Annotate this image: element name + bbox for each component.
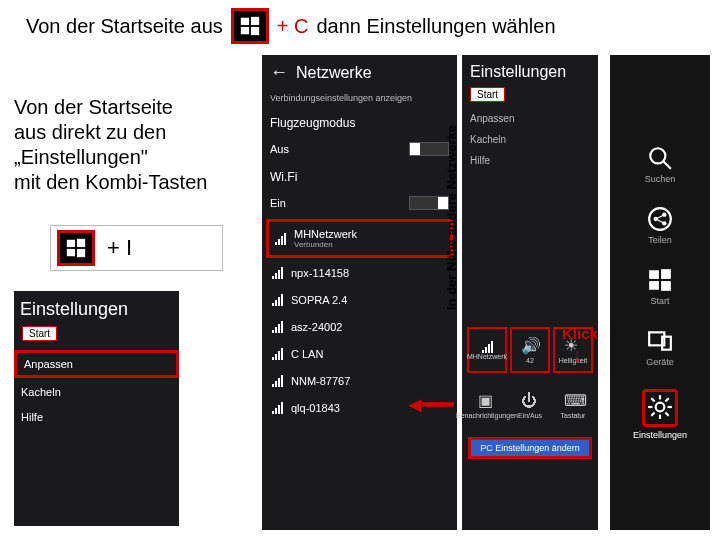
- sub-l3: „Einstellungen": [14, 145, 244, 170]
- sub-l1: Von der Startseite: [14, 95, 244, 120]
- title-pre: Von der Startseite aus: [26, 15, 223, 38]
- conn-settings-link[interactable]: Verbindungseinstellungen anzeigen: [262, 90, 457, 106]
- start-tag[interactable]: Start: [22, 326, 57, 341]
- networks-panel: ← Netzwerke Verbindungseinstellungen anz…: [262, 55, 457, 530]
- quick-keyboard[interactable]: ⌨Tastatur: [553, 382, 593, 428]
- svg-rect-7: [77, 249, 85, 257]
- shortcut-i-row: + I: [50, 225, 223, 271]
- flight-mode-toggle[interactable]: [409, 142, 449, 156]
- network-name: qlq-01843: [291, 402, 340, 414]
- svg-rect-1: [251, 17, 259, 25]
- network-item[interactable]: NNM-87767: [266, 369, 453, 393]
- settings-panel-small: Einstellungen Start Anpassen Kacheln Hil…: [14, 291, 179, 526]
- nearby-networks-label: In der Nähe andere Netzwerke: [444, 90, 459, 310]
- networks-header: ← Netzwerke: [262, 55, 457, 90]
- svg-point-22: [656, 403, 665, 412]
- network-item[interactable]: npx-114158: [266, 261, 453, 285]
- setting-item-kacheln[interactable]: Kacheln: [462, 129, 598, 150]
- wifi-icon: [272, 321, 283, 333]
- charm-start[interactable]: Start: [647, 267, 673, 306]
- title-post: dann Einstellungen wählen: [316, 15, 555, 38]
- setting-item-hilfe[interactable]: Hilfe: [14, 406, 179, 428]
- svg-line-27: [651, 398, 654, 401]
- volume-icon: 🔊: [521, 337, 539, 355]
- wifi-toggle[interactable]: [409, 196, 449, 210]
- network-item[interactable]: asz-24002: [266, 315, 453, 339]
- wifi-icon: [272, 294, 283, 306]
- network-name: C LAN: [291, 348, 323, 360]
- charm-label: Geräte: [646, 357, 674, 367]
- windows-key-icon: [57, 230, 95, 266]
- wifi-icon: [272, 267, 283, 279]
- devices-icon: [647, 328, 673, 354]
- quick-row-2: ▣Benachrichtigungen ⏻Ein/Aus ⌨Tastatur: [462, 376, 598, 431]
- pc-settings-button[interactable]: PC Einstellungen ändern: [468, 437, 592, 459]
- svg-rect-6: [67, 249, 75, 256]
- svg-line-14: [656, 215, 665, 219]
- flight-mode-state: Aus: [270, 143, 289, 155]
- settings-charm-panel: Einstellungen Start Anpassen Kacheln Hil…: [462, 55, 598, 530]
- svg-point-12: [662, 213, 666, 217]
- arrow-down-icon: ↓: [572, 344, 582, 367]
- charm-label: Einstellungen: [633, 430, 687, 440]
- svg-rect-4: [67, 240, 75, 247]
- power-icon: ⏻: [521, 392, 539, 410]
- charm-label: Start: [650, 296, 669, 306]
- svg-rect-2: [241, 27, 249, 34]
- network-status: Verbunden: [294, 240, 357, 249]
- panel-title: Einstellungen: [462, 55, 598, 83]
- svg-rect-16: [649, 270, 659, 279]
- network-item[interactable]: MHNetzwerkVerbunden: [266, 219, 453, 258]
- wifi-state: Ein: [270, 197, 286, 209]
- sub-l2: aus direkt zu den: [14, 120, 244, 145]
- setting-item-anpassen[interactable]: Anpassen: [462, 108, 598, 129]
- networks-title: Netzwerke: [296, 64, 372, 82]
- svg-rect-19: [661, 281, 671, 291]
- search-icon: [647, 145, 673, 171]
- wifi-icon: [275, 233, 286, 245]
- svg-rect-0: [241, 18, 249, 25]
- network-name: npx-114158: [291, 267, 349, 279]
- svg-rect-18: [649, 281, 659, 290]
- start-tag[interactable]: Start: [470, 87, 505, 102]
- quick-power[interactable]: ⏻Ein/Aus: [510, 382, 550, 428]
- charm-share[interactable]: Teilen: [647, 206, 673, 245]
- quick-network[interactable]: MHNetzwerk: [467, 327, 507, 373]
- quick-notifications[interactable]: ▣Benachrichtigungen: [467, 382, 507, 428]
- flight-mode-label: Flugzeugmodus: [270, 116, 355, 130]
- share-icon: [647, 206, 673, 232]
- charm-label: Suchen: [645, 174, 676, 184]
- wifi-icon: [272, 402, 283, 414]
- svg-line-15: [656, 219, 665, 223]
- setting-item-anpassen[interactable]: Anpassen: [14, 350, 179, 378]
- network-name: asz-24002: [291, 321, 342, 333]
- svg-rect-3: [251, 27, 259, 35]
- charms-bar: Suchen Teilen Start Geräte Einstellungen: [610, 55, 710, 530]
- bell-icon: ▣: [478, 392, 496, 410]
- gear-icon: [647, 394, 673, 420]
- charm-settings[interactable]: Einstellungen: [633, 389, 687, 440]
- back-icon[interactable]: ←: [270, 62, 288, 83]
- shortcut-i: + I: [107, 235, 132, 261]
- arrow-left-icon: ◄━━━: [404, 392, 449, 418]
- keyboard-icon: ⌨: [564, 392, 582, 410]
- wifi-icon: [272, 375, 283, 387]
- wifi-label: Wi.Fi: [270, 170, 297, 184]
- quick-volume[interactable]: 🔊42: [510, 327, 550, 373]
- setting-item-kacheln[interactable]: Kacheln: [14, 381, 179, 403]
- network-item[interactable]: C LAN: [266, 342, 453, 366]
- shortcut-c: + C: [277, 15, 309, 38]
- wifi-icon: [272, 348, 283, 360]
- setting-item-hilfe[interactable]: Hilfe: [462, 150, 598, 171]
- svg-point-8: [650, 148, 665, 163]
- charm-devices[interactable]: Geräte: [646, 328, 674, 367]
- sub-text: Von der Startseite aus direkt zu den „Ei…: [14, 95, 244, 195]
- svg-line-29: [651, 412, 654, 415]
- svg-point-10: [649, 208, 671, 230]
- svg-line-9: [663, 161, 671, 169]
- network-name: SOPRA 2.4: [291, 294, 347, 306]
- svg-line-28: [665, 412, 668, 415]
- title-row: Von der Startseite aus + C dann Einstell…: [26, 8, 556, 44]
- network-item[interactable]: SOPRA 2.4: [266, 288, 453, 312]
- charm-search[interactable]: Suchen: [645, 145, 676, 184]
